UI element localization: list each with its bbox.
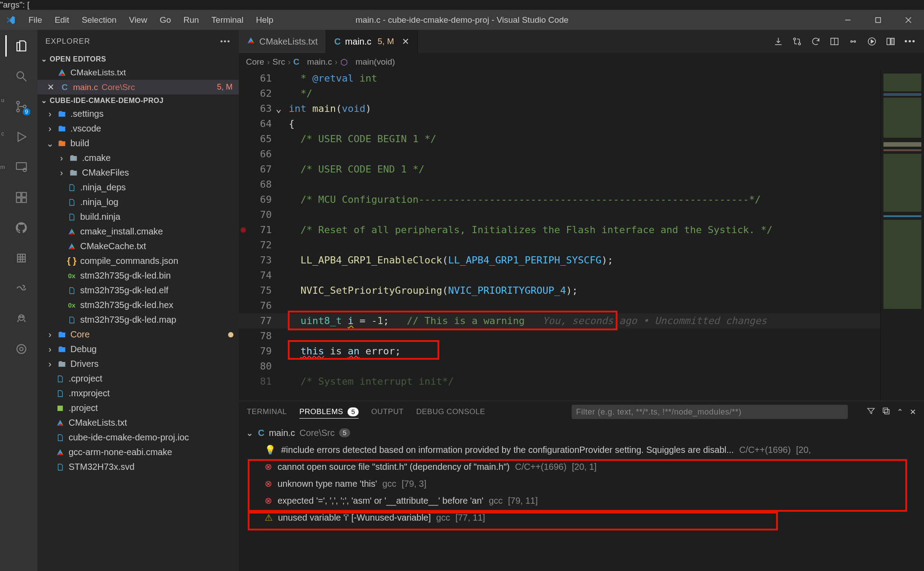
tab-main-c[interactable]: C main.c 5, M ✕ [326,30,418,53]
activity-cortex-icon[interactable] [11,247,32,269]
code-line[interactable]: 61 * @retval int [239,71,880,86]
split-editor-icon[interactable] [886,37,895,46]
maximize-button[interactable] [868,13,888,27]
tree-item[interactable]: CMakeCache.txt [37,239,239,254]
file-tree[interactable]: ›.settings›.vscode⌄build›.cmake›CMakeFil… [37,107,239,571]
code-line[interactable]: 71 /* Reset of all peripherals, Initiali… [239,222,880,238]
close-icon[interactable]: ✕ [910,407,916,417]
code-line[interactable]: 79 this is an error; [239,344,880,359]
fold-icon[interactable]: ⌄ [276,101,282,116]
code-line[interactable]: 78 [239,329,880,344]
tree-item[interactable]: .project [37,401,239,415]
code-line[interactable]: 62 */ [239,86,880,101]
code-line[interactable]: 68 [239,177,880,192]
menu-file[interactable]: File [24,15,47,25]
tree-item[interactable]: { }compile_commands.json [37,254,239,268]
tree-item[interactable]: .ninja_deps [37,180,239,195]
activity-extensions-icon[interactable] [11,187,32,208]
code-line[interactable]: 66 [239,147,880,162]
tree-item[interactable]: STM32H73x.svd [37,460,239,474]
problem-item[interactable]: ⊗expected '=', ',', ';', 'asm' or '__att… [243,492,924,509]
activity-run-debug-icon[interactable] [11,126,32,148]
run-icon[interactable] [867,37,877,46]
revert-icon[interactable] [811,37,821,46]
code-line[interactable]: 81 /* System interrupt init*/ [239,374,880,389]
section-open-editors[interactable]: ⌄ OPEN EDITORS [37,53,239,65]
activity-source-control-icon[interactable]: 9 [11,96,32,117]
crumb-core[interactable]: Core [246,57,264,67]
tree-item[interactable]: ›.settings [37,107,239,121]
more-icon[interactable]: ••• [904,37,916,46]
code-line[interactable]: 74 [239,268,880,283]
more-icon[interactable]: ••• [220,37,231,46]
panel-tab-terminal[interactable]: TERMINAL [247,406,287,418]
code-line[interactable]: 73 LL_APB4_GRP1_EnableClock(LL_APB4_GRP1… [239,253,880,268]
tree-item[interactable]: .ninja_log [37,195,239,210]
code-line[interactable]: 75 NVIC_SetPriorityGrouping(NVIC_PRIORIT… [239,283,880,298]
code-editor[interactable]: 61 * @retval int62 */63⌄int main(void)64… [239,71,880,401]
code-line[interactable]: 65 /* USER CODE BEGIN 1 */ [239,131,880,147]
problem-item[interactable]: ⊗cannot open source file "stdint.h" (dep… [243,458,924,475]
tree-item[interactable]: stm32h735g-dk-led.map [37,312,239,327]
activity-share-icon[interactable] [11,278,32,299]
code-line[interactable]: 77 uint8_t i = -1; // This is a warningY… [239,313,880,329]
activity-explorer-icon[interactable] [11,35,32,57]
activity-cmake-icon[interactable] [11,338,32,360]
chevron-up-icon[interactable]: ⌃ [897,407,904,417]
tree-item[interactable]: ›.cmake [37,151,239,165]
breadcrumbs[interactable]: Core › Src › C main.c › ⬡ main(void) [239,53,924,71]
section-folder[interactable]: ⌄ CUBE-IDE-CMAKE-DEMO-PROJ [37,94,239,107]
tab-cmakelists[interactable]: CMakeLists.txt [239,30,326,53]
panel-tab-debug-console[interactable]: DEBUG CONSOLE [416,406,485,418]
problems-filter-input[interactable]: Filter (e.g. text, **/*.ts, !**/node_mod… [572,405,848,419]
crumb-file[interactable]: C main.c [293,57,332,67]
tree-item[interactable]: gcc-arm-none-eabi.cmake [37,445,239,460]
problem-item[interactable]: ⚠unused variable 'i' [-Wunused-variable]… [243,509,924,526]
problems-list[interactable]: ⌄ C main.c Core\Src 5 💡#include errors d… [239,423,924,571]
breakpoint-icon[interactable] [241,227,246,233]
tree-item[interactable]: .cproject [37,371,239,386]
panel-tab-problems[interactable]: PROBLEMS 5 [299,406,359,419]
menu-run[interactable]: Run [179,15,204,25]
tree-item[interactable]: stm32h735g-dk-led.elf [37,283,239,298]
tree-item[interactable]: ›Core [37,327,239,342]
tree-item[interactable]: build.ninja [37,210,239,224]
go-to-icon[interactable] [848,37,858,46]
code-line[interactable]: 72 [239,238,880,253]
tree-item[interactable]: cmake_install.cmake [37,224,239,239]
tree-item[interactable]: cube-ide-cmake-demo-proj.ioc [37,430,239,445]
problem-item[interactable]: 💡#include errors detected based on infor… [243,441,924,458]
minimize-button[interactable] [838,13,858,27]
download-icon[interactable] [773,37,783,46]
tree-item[interactable]: ›Debug [37,342,239,357]
open-editor-item[interactable]: CMakeLists.txt [37,65,239,80]
activity-search-icon[interactable] [11,66,32,87]
tree-item[interactable]: .mxproject [37,386,239,401]
menu-edit[interactable]: Edit [50,15,74,25]
code-line[interactable]: 67 /* USER CODE END 1 */ [239,162,880,177]
activity-remote-icon[interactable] [11,156,32,178]
code-line[interactable]: 80 [239,359,880,374]
tree-item[interactable]: 0xstm32h735g-dk-led.bin [37,268,239,283]
tree-item[interactable]: ›Drivers [37,357,239,371]
code-line[interactable]: 64{ [239,116,880,131]
code-line[interactable]: 69 /* MCU Configuration-----------------… [239,192,880,207]
crumb-src[interactable]: Src [273,57,286,67]
tree-item[interactable]: ›CMakeFiles [37,165,239,180]
code-line[interactable]: 70 [239,207,880,222]
activity-github-icon[interactable] [11,217,32,238]
tree-item[interactable]: 0xstm32h735g-dk-led.hex [37,298,239,312]
activity-pio-icon[interactable] [11,308,32,329]
split-right-icon[interactable] [830,37,839,46]
menu-terminal[interactable]: Terminal [207,15,248,25]
tree-item[interactable]: CMakeLists.txt [37,415,239,430]
problems-file-header[interactable]: ⌄ C main.c Core\Src 5 [243,424,924,441]
close-icon[interactable]: ✕ [402,36,409,47]
close-button[interactable] [898,13,919,27]
menu-help[interactable]: Help [251,15,278,25]
tree-item[interactable]: ⌄build [37,136,239,151]
menu-view[interactable]: View [125,15,152,25]
problem-item[interactable]: ⊗unknown type name 'this' gcc [79, 3] [243,475,924,492]
menu-selection[interactable]: Selection [77,15,121,25]
code-line[interactable]: 63⌄int main(void) [239,101,880,116]
